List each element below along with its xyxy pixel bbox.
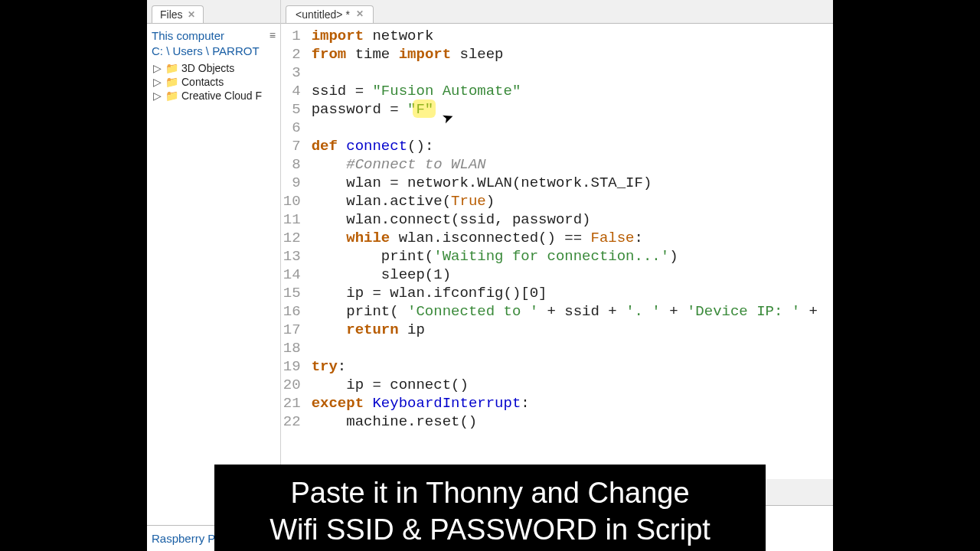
line-number: 6: [281, 119, 312, 137]
line-number: 22: [281, 412, 312, 431]
code-line[interactable]: 15 ip = wlan.ifconfig()[0]: [281, 284, 833, 302]
file-tree: ▷ 📁 3D Objects ▷ 📁 Contacts ▷ 📁 Creative…: [152, 61, 276, 103]
line-number: 14: [281, 266, 312, 284]
code-line[interactable]: 14 sleep(1): [281, 266, 833, 284]
code-source[interactable]: [312, 339, 833, 357]
line-number: 18: [281, 339, 312, 357]
code-source[interactable]: password = "F": [312, 100, 833, 119]
files-panel: This computer C: \ Users \ PARROT ≡ ▷ 📁 …: [147, 23, 280, 525]
code-line[interactable]: 9 wlan = network.WLAN(network.STA_IF): [281, 174, 833, 192]
line-number: 9: [281, 174, 312, 192]
line-number: 5: [281, 100, 312, 119]
code-source[interactable]: return ip: [312, 321, 833, 339]
line-number: 2: [281, 45, 312, 64]
code-line[interactable]: 8 #Connect to WLAN: [281, 155, 833, 174]
code-source[interactable]: [312, 64, 833, 82]
line-number: 21: [281, 394, 312, 412]
file-tree-item[interactable]: ▷ 📁 Creative Cloud F: [153, 89, 276, 103]
code-line[interactable]: 22 machine.reset(): [281, 412, 833, 431]
editor-tab-label: <untitled> *: [296, 8, 350, 21]
code-source[interactable]: ip = connect(): [312, 376, 833, 394]
close-icon[interactable]: ✕: [356, 8, 364, 21]
code-block[interactable]: 1import network2from time import sleep34…: [281, 24, 833, 434]
code-editor[interactable]: 1import network2from time import sleep34…: [281, 23, 833, 479]
code-source[interactable]: try:: [312, 357, 833, 376]
line-number: 7: [281, 137, 312, 155]
editor-scroll[interactable]: 1import network2from time import sleep34…: [281, 24, 833, 479]
code-line[interactable]: 21except KeyboardInterrupt:: [281, 394, 833, 412]
folder-icon: 📁: [165, 90, 178, 102]
files-location[interactable]: This computer C: \ Users \ PARROT ≡: [152, 28, 276, 58]
code-line[interactable]: 13 print('Waiting for connection...'): [281, 247, 833, 266]
line-number: 20: [281, 376, 312, 394]
line-number: 4: [281, 82, 312, 100]
folder-icon: 📁: [165, 62, 178, 74]
file-tree-label: Creative Cloud F: [181, 90, 262, 102]
line-number: 8: [281, 155, 312, 174]
code-source[interactable]: sleep(1): [312, 266, 833, 284]
code-line[interactable]: 2from time import sleep: [281, 45, 833, 64]
code-line[interactable]: 3: [281, 64, 833, 82]
code-source[interactable]: def connect():: [312, 137, 833, 155]
line-number: 17: [281, 321, 312, 339]
line-number: 19: [281, 357, 312, 376]
code-line[interactable]: 1import network: [281, 27, 833, 45]
file-tree-item[interactable]: ▷ 📁 3D Objects: [153, 61, 276, 75]
editor-tab-untitled[interactable]: <untitled> * ✕: [286, 5, 374, 23]
files-tab-label: Files: [160, 8, 183, 21]
code-line[interactable]: 19try:: [281, 357, 833, 376]
line-number: 16: [281, 302, 312, 321]
chevron-right-icon[interactable]: ▷: [153, 76, 162, 88]
line-number: 13: [281, 247, 312, 266]
hamburger-icon[interactable]: ≡: [270, 28, 276, 42]
file-tree-label: 3D Objects: [181, 62, 234, 74]
line-number: 10: [281, 192, 312, 210]
code-line[interactable]: 12 while wlan.isconnected() == False:: [281, 229, 833, 247]
chevron-right-icon[interactable]: ▷: [153, 90, 162, 102]
code-source[interactable]: while wlan.isconnected() == False:: [312, 229, 833, 247]
line-number: 12: [281, 229, 312, 247]
code-source[interactable]: print('Waiting for connection...'): [312, 247, 833, 266]
code-source[interactable]: from time import sleep: [312, 45, 833, 64]
code-source[interactable]: import network: [312, 27, 833, 45]
line-number: 1: [281, 27, 312, 45]
code-source[interactable]: wlan.connect(ssid, password): [312, 210, 833, 229]
code-line[interactable]: 11 wlan.connect(ssid, password): [281, 210, 833, 229]
video-caption: Paste it in Thonny and Change Wifi SSID …: [214, 465, 766, 551]
code-source[interactable]: wlan = network.WLAN(network.STA_IF): [312, 174, 833, 192]
line-number: 3: [281, 64, 312, 82]
code-line[interactable]: 5password = "F": [281, 100, 833, 119]
file-tree-item[interactable]: ▷ 📁 Contacts: [153, 75, 276, 89]
chevron-right-icon[interactable]: ▷: [153, 62, 162, 74]
code-source[interactable]: #Connect to WLAN: [312, 155, 833, 174]
file-tree-label: Contacts: [181, 76, 224, 88]
code-line[interactable]: 10 wlan.active(True): [281, 192, 833, 210]
editor-tabs: <untitled> * ✕: [281, 0, 833, 23]
folder-icon: 📁: [165, 76, 178, 88]
code-line[interactable]: 16 print( 'Connected to ' + ssid + '. ' …: [281, 302, 833, 321]
files-location-line1: This computer: [152, 28, 260, 44]
code-line[interactable]: 20 ip = connect(): [281, 376, 833, 394]
files-tab[interactable]: Files ✕: [152, 5, 204, 23]
caption-line-2: Wifi SSID & PASSWORD in Script: [230, 512, 750, 549]
caption-line-1: Paste it in Thonny and Change: [230, 475, 750, 512]
files-tab-row: Files ✕: [147, 0, 280, 23]
code-line[interactable]: 7def connect():: [281, 137, 833, 155]
code-line[interactable]: 6: [281, 119, 833, 137]
code-source[interactable]: [312, 119, 833, 137]
code-line[interactable]: 4ssid = "Fusion Automate": [281, 82, 833, 100]
code-line[interactable]: 18: [281, 339, 833, 357]
code-line[interactable]: 17 return ip: [281, 321, 833, 339]
code-source[interactable]: wlan.active(True): [312, 192, 833, 210]
close-icon[interactable]: ✕: [188, 9, 195, 20]
code-source[interactable]: machine.reset(): [312, 412, 833, 431]
code-source[interactable]: except KeyboardInterrupt:: [312, 394, 833, 412]
files-location-line2: C: \ Users \ PARROT: [152, 44, 260, 59]
code-source[interactable]: print( 'Connected to ' + ssid + '. ' + '…: [312, 302, 833, 321]
code-source[interactable]: ssid = "Fusion Automate": [312, 82, 833, 100]
line-number: 15: [281, 284, 312, 302]
code-source[interactable]: ip = wlan.ifconfig()[0]: [312, 284, 833, 302]
line-number: 11: [281, 210, 312, 229]
